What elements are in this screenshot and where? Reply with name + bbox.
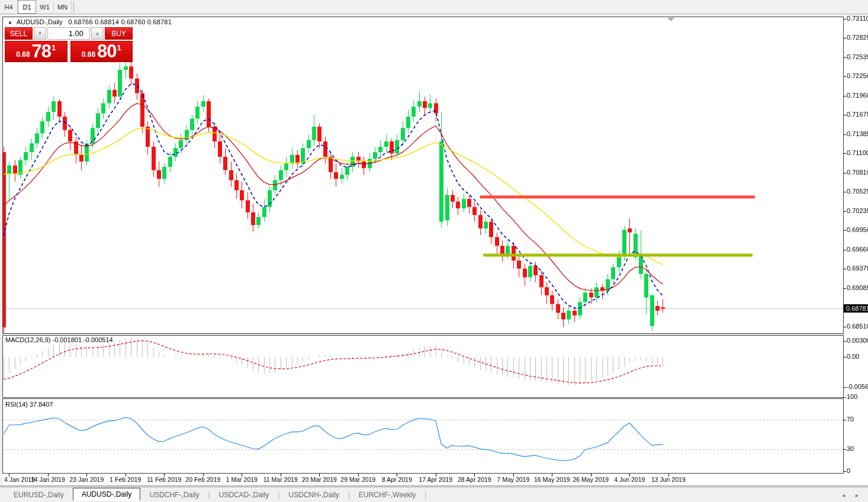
date-axis-label: 26 May 2019 bbox=[573, 476, 609, 483]
rsi-axis-label: 100 bbox=[847, 393, 867, 400]
date-axis-label: 29 Mar 2019 bbox=[340, 476, 375, 483]
collapse-icon[interactable]: ▲ bbox=[8, 20, 12, 25]
price-axis-label: 0.71960 bbox=[847, 92, 867, 99]
date-axis-label: 28 Apr 2019 bbox=[458, 476, 491, 483]
macd-axis-label: -0.005648 bbox=[847, 383, 867, 390]
date-axis-label: 1 Feb 2019 bbox=[110, 476, 141, 483]
toolbar-separator bbox=[73, 1, 74, 12]
chart-tab-bar: EURUSD-,DailyAUDUSD-,DailyUSDCHF-,Daily|… bbox=[0, 487, 868, 502]
price-axis-label: 0.72535 bbox=[847, 53, 867, 60]
price-axis-label: 0.72825 bbox=[847, 34, 867, 41]
buy-price-big: 80 bbox=[97, 43, 116, 60]
rsi-indicator-label: RSI(14) 37.8407 bbox=[5, 401, 53, 408]
buy-price-small: 0.68 bbox=[82, 50, 95, 59]
buy-button[interactable]: BUY bbox=[105, 27, 133, 40]
chart-tab-eurusd-daily[interactable]: EURUSD-,Daily bbox=[5, 488, 73, 501]
chart-tab-eurchf-weekly[interactable]: EURCHF-,Weekly bbox=[350, 488, 425, 501]
date-axis-label: 8 Apr 2019 bbox=[382, 476, 412, 483]
price-axis-label: 0.70525 bbox=[847, 188, 867, 195]
timeframe-button-mn[interactable]: MN bbox=[54, 0, 72, 14]
date-axis-label: 13 Jun 2019 bbox=[651, 476, 686, 483]
volume-increase-button[interactable]: ▲ bbox=[91, 27, 104, 40]
price-axis-label: 0.70235 bbox=[847, 207, 867, 214]
timeframe-button-h4[interactable]: H4 bbox=[0, 0, 18, 14]
date-axis-label: 17 Apr 2019 bbox=[419, 476, 453, 483]
date-axis-label: 7 May 2019 bbox=[497, 476, 529, 483]
chart-tab-usdcad-daily[interactable]: USDCAD-,Daily bbox=[210, 488, 278, 501]
timeframe-button-w1[interactable]: W1 bbox=[36, 0, 54, 14]
sell-price-button[interactable]: 0.68 78 1 bbox=[5, 41, 67, 62]
tab-scroll-right-icon[interactable]: ► bbox=[854, 493, 860, 498]
date-axis-label: 4 Jun 2019 bbox=[614, 476, 645, 483]
date-axis-label: 11 Feb 2019 bbox=[147, 476, 181, 483]
date-axis-label: 20 Mar 2019 bbox=[302, 476, 337, 483]
tab-divider: | bbox=[425, 491, 426, 499]
volume-input[interactable]: 1.00 bbox=[47, 27, 90, 40]
price-axis-label: 0.69375 bbox=[847, 265, 867, 272]
price-axis-label: 0.70810 bbox=[847, 169, 867, 176]
date-axis-label: 16 May 2019 bbox=[534, 476, 570, 483]
rsi-axis-label: 0 bbox=[847, 467, 867, 474]
symbol-title: AUDUSD-,Daily bbox=[17, 18, 63, 25]
price-axis-label: 0.68510 bbox=[847, 323, 867, 330]
sell-button[interactable]: SELL bbox=[5, 27, 33, 40]
volume-decrease-button[interactable]: ▼ bbox=[34, 27, 46, 40]
price-axis-label: 0.69660 bbox=[847, 246, 867, 253]
price-axis-label: 0.71385 bbox=[847, 130, 867, 137]
tab-scroll-controls: ◄ ► bbox=[841, 493, 860, 498]
sell-price-sup: 1 bbox=[52, 43, 56, 52]
date-axis-label: 20 Feb 2019 bbox=[185, 476, 220, 483]
macd-axis-label: 0.003003 bbox=[847, 337, 867, 344]
one-click-trade-panel: SELL ▼ 1.00 ▲ BUY 0.68 78 1 0.68 80 1 bbox=[5, 27, 133, 62]
price-axis-label: 0.73110 bbox=[847, 15, 867, 22]
rsi-axis-label: 30 bbox=[847, 445, 867, 452]
chart-shift-marker-icon[interactable] bbox=[667, 18, 674, 21]
date-axis-label: 1 Mar 2019 bbox=[226, 476, 258, 483]
buy-price-button[interactable]: 0.68 80 1 bbox=[70, 41, 133, 62]
buy-price-sup: 1 bbox=[117, 43, 121, 52]
trading-platform-window: H4D1W1MN ▲ AUDUSD-,Daily 0.68766 0.68814… bbox=[0, 0, 868, 502]
rsi-axis-label: 70 bbox=[847, 416, 867, 423]
chart-tab-usdchf-daily[interactable]: USDCHF-,Daily bbox=[140, 488, 208, 501]
date-axis-label: 23 Jan 2019 bbox=[69, 476, 104, 483]
chart-canvas[interactable] bbox=[0, 0, 868, 502]
price-axis-label: 0.71100 bbox=[847, 149, 867, 156]
macd-axis-label: 0.00 bbox=[847, 353, 867, 360]
current-price-tag: 0.68781 bbox=[844, 304, 868, 313]
timeframe-toolbar: H4D1W1MN bbox=[0, 0, 868, 14]
price-axis-label: 0.69085 bbox=[847, 284, 867, 291]
timeframe-button-d1[interactable]: D1 bbox=[18, 0, 36, 14]
macd-indicator-label: MACD(12,26,9) -0.001801 -0.000514 bbox=[5, 336, 113, 343]
ohlc-values: 0.68766 0.68814 0.68760 0.68781 bbox=[69, 18, 172, 25]
sell-price-small: 0.68 bbox=[16, 50, 30, 59]
price-axis-label: 0.69950 bbox=[847, 226, 867, 233]
sell-price-big: 78 bbox=[32, 43, 51, 60]
date-axis-label: 14 Jan 2019 bbox=[31, 476, 65, 483]
chart-tab-usdcnh-daily[interactable]: USDCNH-,Daily bbox=[279, 488, 348, 501]
chart-header: ▲ AUDUSD-,Daily 0.68766 0.68814 0.68760 … bbox=[8, 18, 172, 25]
price-axis-label: 0.71675 bbox=[847, 111, 867, 118]
tab-scroll-left-icon[interactable]: ◄ bbox=[841, 493, 846, 498]
price-axis-label: 0.72250 bbox=[847, 72, 867, 79]
chart-tab-audusd-daily[interactable]: AUDUSD-,Daily bbox=[73, 488, 141, 501]
date-axis-label: 11 Mar 2019 bbox=[263, 476, 298, 483]
